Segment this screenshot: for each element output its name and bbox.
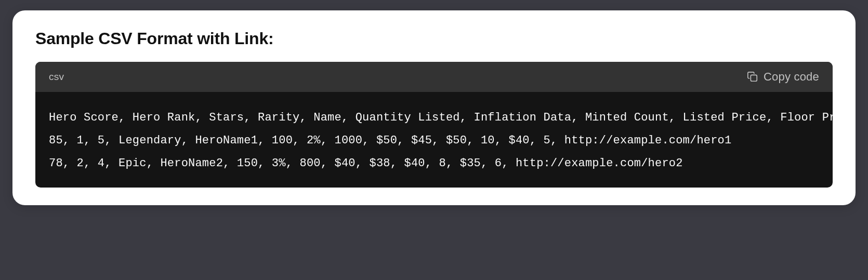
code-block: csv Copy code Hero Score, Hero Rank, Sta… (35, 62, 833, 188)
copy-code-button[interactable]: Copy code (747, 70, 819, 84)
code-content: Hero Score, Hero Rank, Stars, Rarity, Na… (49, 106, 819, 175)
copy-code-label: Copy code (764, 70, 819, 84)
code-header: csv Copy code (35, 62, 833, 92)
code-body[interactable]: Hero Score, Hero Rank, Stars, Rarity, Na… (35, 92, 833, 188)
section-title: Sample CSV Format with Link: (35, 29, 833, 48)
language-label: csv (49, 71, 64, 83)
copy-icon (747, 71, 758, 83)
content-card: Sample CSV Format with Link: csv Copy co… (12, 10, 856, 205)
svg-rect-0 (751, 75, 757, 81)
